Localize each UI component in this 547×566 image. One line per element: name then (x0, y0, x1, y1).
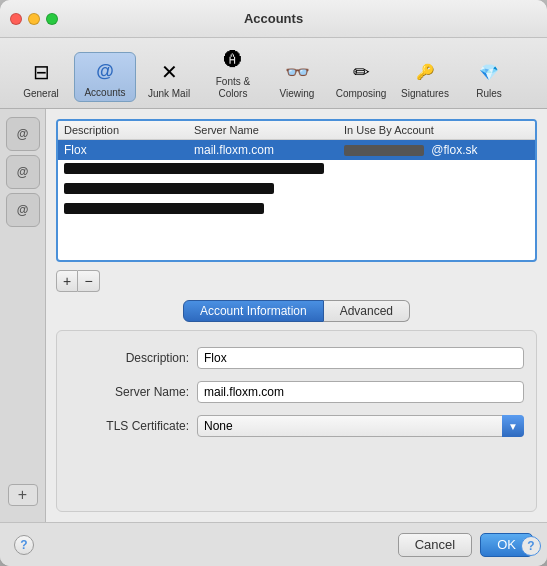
toolbar-item-accounts[interactable]: @ Accounts (74, 52, 136, 102)
sidebar-item-1[interactable]: @ (6, 117, 40, 151)
redacted-bar (64, 183, 274, 194)
input-server-name[interactable] (197, 381, 524, 403)
row-description-1: Flox (64, 143, 194, 157)
accounts-window: Accounts ⊟ General @ Accounts ✕ Junk Mai… (0, 0, 547, 566)
sidebar-item-2[interactable]: @ (6, 155, 40, 189)
row-redacted-4 (64, 203, 529, 217)
header-description: Description (64, 124, 194, 136)
toolbar-label-fonts-colors: Fonts & Colors (206, 76, 260, 100)
toolbar-item-junk-mail[interactable]: ✕ Junk Mail (138, 54, 200, 102)
table-row[interactable] (58, 160, 535, 180)
signatures-icon: 🔑 (411, 58, 439, 86)
toolbar-item-fonts-colors[interactable]: 🅐 Fonts & Colors (202, 42, 264, 102)
toolbar-item-composing[interactable]: ✏ Composing (330, 54, 392, 102)
title-bar: Accounts (0, 0, 547, 38)
bottom-bar: ? Cancel OK (0, 522, 547, 566)
toolbar-label-general: General (23, 88, 59, 100)
composing-icon: ✏ (347, 58, 375, 86)
tabs: Account Information Advanced (56, 300, 537, 322)
cancel-button[interactable]: Cancel (398, 533, 472, 557)
label-tls-certificate: TLS Certificate: (69, 419, 189, 433)
toolbar-label-signatures: Signatures (401, 88, 449, 100)
accounts-icon: @ (91, 57, 119, 85)
row-redacted-3 (64, 183, 529, 197)
toolbar-item-signatures[interactable]: 🔑 Signatures (394, 54, 456, 102)
tab-account-information[interactable]: Account Information (183, 300, 324, 322)
redacted-inuse-1 (344, 145, 424, 156)
select-tls-certificate[interactable]: None Use custom (197, 415, 524, 437)
close-button[interactable] (10, 13, 22, 25)
toolbar-label-accounts: Accounts (84, 87, 125, 99)
form-row-tls-certificate: TLS Certificate: None Use custom ▼ (69, 415, 524, 437)
header-inuse: In Use By Account (344, 124, 529, 136)
row-server-1: mail.floxm.com (194, 143, 344, 157)
junk-mail-icon: ✕ (155, 58, 183, 86)
table-row[interactable] (58, 180, 535, 200)
toolbar-label-composing: Composing (336, 88, 387, 100)
right-panel: Description Server Name In Use By Accoun… (46, 109, 547, 522)
row-redacted-2 (64, 163, 529, 177)
toolbar-item-rules[interactable]: 💎 Rules (458, 54, 520, 102)
bottom-buttons: Cancel OK (398, 533, 533, 557)
form-panel: Description: Server Name: TLS Certificat… (56, 330, 537, 512)
form-row-server-name: Server Name: (69, 381, 524, 403)
minimize-button[interactable] (28, 13, 40, 25)
accounts-table: Description Server Name In Use By Accoun… (56, 119, 537, 262)
main-content: @ @ @ + Description Server Name In Use B… (0, 109, 547, 522)
side-help-icon[interactable]: ? (521, 536, 541, 556)
tab-advanced[interactable]: Advanced (324, 300, 410, 322)
table-controls: + − (56, 270, 537, 292)
help-button[interactable]: ? (14, 535, 34, 555)
toolbar: ⊟ General @ Accounts ✕ Junk Mail 🅐 Fonts… (0, 38, 547, 109)
sidebar-add-button[interactable]: + (8, 484, 38, 506)
toolbar-item-viewing[interactable]: 👓 Viewing (266, 54, 328, 102)
maximize-button[interactable] (46, 13, 58, 25)
table-row[interactable] (58, 200, 535, 220)
toolbar-label-junk-mail: Junk Mail (148, 88, 190, 100)
add-row-button[interactable]: + (56, 270, 78, 292)
traffic-lights (10, 13, 58, 25)
label-server-name: Server Name: (69, 385, 189, 399)
window-title: Accounts (244, 11, 303, 26)
fonts-colors-icon: 🅐 (219, 46, 247, 74)
rules-icon: 💎 (475, 58, 503, 86)
table-row[interactable]: Flox mail.floxm.com @flox.sk (58, 140, 535, 160)
toolbar-label-viewing: Viewing (280, 88, 315, 100)
accounts-table-body: Flox mail.floxm.com @flox.sk (58, 140, 535, 260)
viewing-icon: 👓 (283, 58, 311, 86)
redacted-bar (64, 203, 264, 214)
sidebar: @ @ @ + (0, 109, 46, 522)
row-inuse-1: @flox.sk (344, 143, 529, 157)
redacted-bar (64, 163, 324, 174)
tls-select-wrap: None Use custom ▼ (197, 415, 524, 437)
toolbar-item-general[interactable]: ⊟ General (10, 54, 72, 102)
sidebar-item-3[interactable]: @ (6, 193, 40, 227)
general-icon: ⊟ (27, 58, 55, 86)
label-description: Description: (69, 351, 189, 365)
accounts-table-header: Description Server Name In Use By Accoun… (58, 121, 535, 140)
form-row-description: Description: (69, 347, 524, 369)
row-inuse-suffix-1: @flox.sk (431, 143, 477, 157)
toolbar-label-rules: Rules (476, 88, 502, 100)
header-server: Server Name (194, 124, 344, 136)
input-description[interactable] (197, 347, 524, 369)
remove-row-button[interactable]: − (78, 270, 100, 292)
